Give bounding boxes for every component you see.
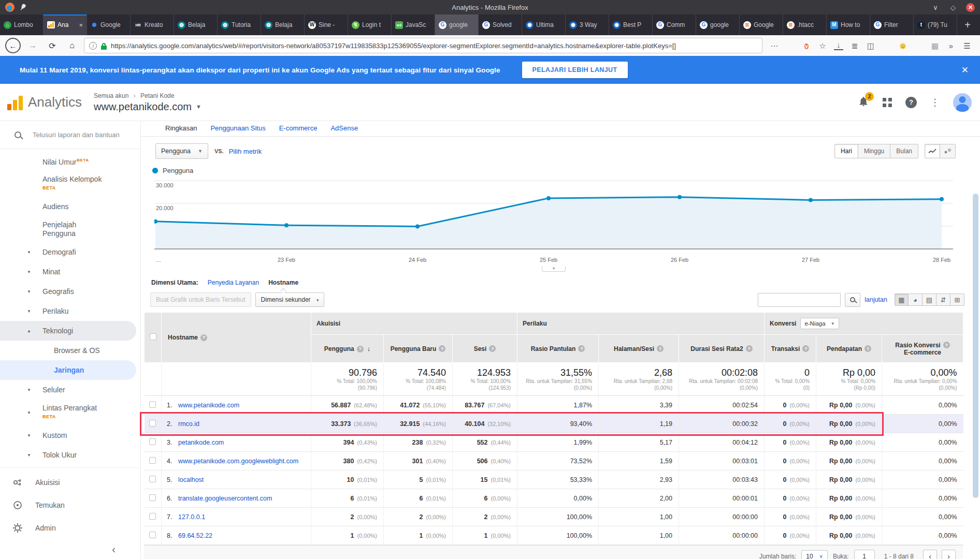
motion-chart-mode-icon[interactable]: [940, 144, 956, 158]
menu-icon[interactable]: ☰: [962, 42, 972, 50]
browser-tab[interactable]: GSolved: [479, 14, 522, 35]
browser-tab[interactable]: ↯Login t: [348, 14, 392, 35]
select-all-checkbox[interactable]: [150, 333, 156, 340]
help-tooltip-icon[interactable]: ?: [746, 345, 753, 352]
sidebar-item-analisis-kelompok[interactable]: Analisis KelompokBETA: [0, 171, 140, 197]
pocket-icon[interactable]: ∨: [802, 41, 811, 50]
help-tooltip-icon[interactable]: ?: [439, 345, 445, 352]
back-button[interactable]: ←: [5, 38, 21, 53]
rows-per-page-select[interactable]: 10 ∨: [801, 550, 828, 559]
sidebar-collapse-icon[interactable]: ‹: [0, 539, 140, 559]
chart-point[interactable]: [284, 223, 289, 227]
sidebar-item-penjelajah-pengguna[interactable]: PenjelajahPengguna: [0, 216, 140, 242]
banner-close-icon[interactable]: ✕: [961, 65, 969, 76]
browser-tab[interactable]: GFilter: [870, 14, 914, 35]
tab-e-commerce[interactable]: E-commerce: [279, 124, 318, 132]
metric-select[interactable]: Pengguna ▼: [155, 143, 208, 159]
granularity-minggu-button[interactable]: Minggu: [858, 144, 890, 158]
browser-tab[interactable]: Ana×: [44, 14, 87, 35]
sidebar-toggle-icon[interactable]: ◫: [866, 42, 875, 50]
column-header-durasi-sesi-rata2[interactable]: Durasi Sesi Rata2?: [679, 335, 765, 363]
page-info-icon[interactable]: i: [89, 42, 97, 50]
sidebar-item-tolok-ukur[interactable]: ▼Tolok Ukur: [0, 445, 140, 465]
avatar[interactable]: [953, 93, 972, 112]
comparison-view-icon[interactable]: ⇵: [936, 293, 950, 306]
secondary-dimension-button[interactable]: Dimensi sekunder ▾: [255, 292, 325, 307]
sidebar-item-seluler[interactable]: ▼Seluler: [0, 380, 140, 400]
table-search-input[interactable]: [758, 293, 841, 307]
download-icon[interactable]: ↓: [834, 41, 843, 50]
browser-tab[interactable]: t(79) Tu: [914, 14, 957, 35]
apps-grid-icon[interactable]: [883, 98, 892, 107]
page-actions-icon[interactable]: ⋯: [770, 42, 779, 50]
sidebar-item-geografis[interactable]: ▼Geografis: [0, 282, 140, 301]
chart-pulltab[interactable]: ▾: [542, 266, 566, 272]
hostname-link[interactable]: petanikode.com: [178, 439, 224, 446]
sidebar-item-akuisisi[interactable]: Akuisisi: [0, 471, 140, 494]
chart-point[interactable]: [415, 224, 420, 228]
tab-penggunaan-situs[interactable]: Penggunaan Situs: [210, 124, 265, 132]
property-name[interactable]: www.petanikode.com: [94, 101, 192, 113]
help-tooltip-icon[interactable]: ?: [200, 334, 207, 341]
advanced-link[interactable]: lanjutan: [864, 296, 887, 303]
hostname-link[interactable]: 127.0.0.1: [178, 513, 205, 521]
sort-descending-icon[interactable]: ↓: [367, 345, 371, 352]
goto-page-input[interactable]: [854, 550, 875, 559]
column-header-rasio-pantulan[interactable]: Rasio Pantulan?: [517, 335, 599, 363]
row-checkbox[interactable]: [149, 420, 156, 426]
breadcrumb-entity[interactable]: Petani Kode: [140, 92, 174, 99]
hostname-link[interactable]: www.petanikode.com.googleweblight.com: [178, 458, 298, 465]
minimize-button[interactable]: ∨: [931, 4, 940, 11]
row-checkbox[interactable]: [149, 457, 156, 464]
chart-point[interactable]: [678, 195, 682, 199]
row-checkbox[interactable]: [149, 438, 156, 445]
pick-metric-link[interactable]: Pilih metrik: [229, 148, 262, 155]
browser-tab[interactable]: ◍Tutoria: [218, 14, 261, 35]
prev-page-button[interactable]: ‹: [923, 550, 937, 559]
column-header-pengguna[interactable]: Pengguna?↓: [311, 335, 384, 363]
sidebar-search[interactable]: Telusuri laporan dan bantuan: [0, 121, 140, 149]
browser-tab[interactable]: Google: [87, 14, 131, 35]
sidebar-item-perilaku[interactable]: ▼Perilaku: [0, 301, 140, 321]
hostname-link[interactable]: translate.googleusercontent.com: [178, 495, 272, 502]
close-window-button[interactable]: ✕: [966, 3, 975, 12]
browser-tab[interactable]: ◉Ultima: [522, 14, 566, 35]
kebab-menu-icon[interactable]: ⋮: [930, 97, 940, 108]
notifications-bell-icon[interactable]: 2: [858, 96, 869, 109]
chart-point[interactable]: [809, 198, 813, 202]
home-button[interactable]: ⌂: [64, 38, 80, 53]
sidebar-item-browser-os[interactable]: Browser & OS: [0, 341, 140, 360]
sidebar-item-alur-pengguna[interactable]: Alur Pengguna: [0, 465, 140, 467]
column-header-pendapatan[interactable]: Pendapatan?: [816, 335, 882, 363]
help-icon[interactable]: ?: [905, 97, 917, 108]
sidebar-item-nilai-umur[interactable]: Nilai UmurBETA: [0, 151, 140, 171]
plot-rows-button[interactable]: Buat Grafik untuk Baris Tersebut: [150, 292, 251, 307]
property-selector[interactable]: www.petanikode.com ▼: [94, 101, 201, 113]
column-header-rasio-konversi[interactable]: Rasio Konversi?E-commerce: [882, 335, 963, 363]
column-header-transaksi[interactable]: Transaksi?: [765, 335, 816, 363]
hostname-link[interactable]: www.petanikode.com: [178, 402, 239, 409]
row-checkbox[interactable]: [149, 513, 156, 520]
sidebar-item-kustom[interactable]: ▼Kustom: [0, 425, 140, 445]
tab-close-icon[interactable]: ×: [79, 21, 83, 29]
column-header-sesi[interactable]: Sesi?: [453, 335, 517, 363]
sidebar-item-audiens[interactable]: Audiens: [0, 197, 140, 216]
sidebar-item-demografi[interactable]: ▼Demografi: [0, 242, 140, 262]
row-checkbox[interactable]: [149, 476, 156, 482]
sidebar-item-minat[interactable]: ▼Minat: [0, 262, 140, 282]
browser-tab[interactable]: GComm: [653, 14, 696, 35]
sidebar-item-temukan[interactable]: Temukan: [0, 494, 140, 517]
browser-tab[interactable]: ◍Belaja: [174, 14, 218, 35]
percent-view-icon[interactable]: ◕: [909, 293, 923, 306]
sidebar-item-lintas-perangkat[interactable]: ▼Lintas PerangkatBETA: [0, 400, 140, 425]
forward-button[interactable]: →: [25, 38, 40, 53]
new-tab-button[interactable]: +: [957, 14, 978, 35]
help-tooltip-icon[interactable]: ?: [802, 345, 809, 352]
column-header-pengguna-baru[interactable]: Pengguna Baru?: [384, 335, 453, 363]
sidebar-item-jaringan[interactable]: Jaringan: [0, 360, 136, 380]
browser-tab[interactable]: Ggoogle: [435, 14, 479, 35]
maximize-button[interactable]: ◇: [948, 4, 958, 11]
browser-tab[interactable]: HRKreato: [131, 14, 174, 35]
tab-ringkasan[interactable]: Ringkasan: [165, 124, 197, 132]
row-checkbox[interactable]: [149, 494, 156, 501]
